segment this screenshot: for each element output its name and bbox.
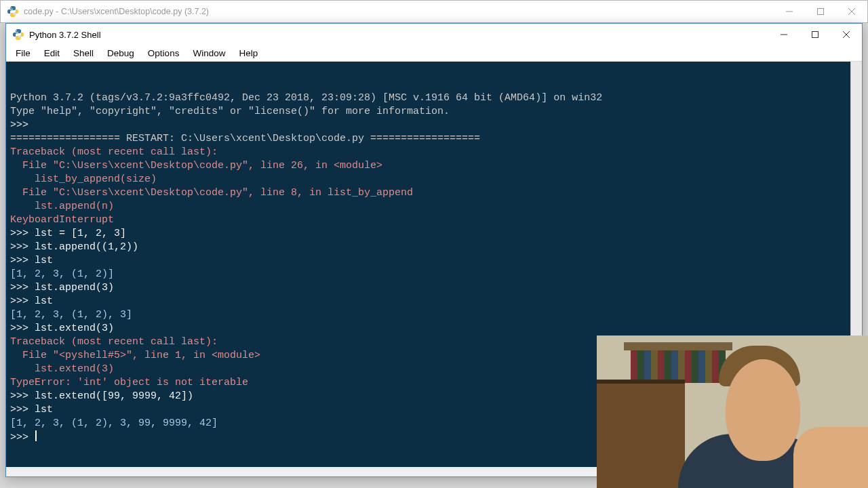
console-line: Type "help", "copyright", "credits" or "…: [10, 105, 858, 119]
console-line: >>>: [10, 119, 858, 132]
console-line: KeyboardInterrupt: [10, 214, 858, 227]
menu-help[interactable]: Help: [232, 47, 264, 60]
console-line: Traceback (most recent call last):: [10, 146, 858, 159]
console-line: >>> lst: [10, 254, 858, 268]
menu-window[interactable]: Window: [186, 47, 232, 60]
menu-debug[interactable]: Debug: [100, 47, 141, 60]
console-line: >>> lst.append(3): [10, 281, 858, 295]
console-line: list_by_append(size): [10, 173, 858, 186]
svg-rect-9: [812, 32, 818, 38]
background-window-titlebar: code.py - C:\Users\xcent\Desktop\code.py…: [0, 0, 868, 23]
console-line: >>> lst.extend(3): [10, 322, 858, 336]
maximize-button[interactable]: [800, 24, 831, 45]
console-line: lst.append(n): [10, 200, 858, 214]
svg-point-1: [14, 15, 16, 16]
console-line: >>> lst = [1, 2, 3]: [10, 227, 858, 241]
menu-edit[interactable]: Edit: [37, 47, 66, 60]
console-line: File "C:\Users\xcent\Desktop\code.py", l…: [10, 159, 858, 173]
menu-file[interactable]: File: [9, 47, 37, 60]
svg-point-0: [10, 7, 12, 8]
background-window-controls: [774, 1, 867, 22]
background-window-title: code.py - C:\Users\xcent\Desktop\code.py…: [24, 7, 774, 16]
console-line: File "C:\Users\xcent\Desktop\code.py", l…: [10, 186, 858, 200]
window-titlebar[interactable]: Python 3.7.2 Shell: [6, 24, 862, 45]
minimize-button-bg[interactable]: [774, 1, 805, 22]
text-cursor: [35, 430, 37, 441]
close-button[interactable]: [831, 24, 862, 45]
minimize-button[interactable]: [768, 24, 800, 45]
maximize-button-bg[interactable]: [805, 1, 836, 22]
console-line: [1, 2, 3, (1, 2), 3]: [10, 308, 858, 322]
python-icon: [7, 6, 18, 17]
python-icon: [13, 29, 24, 40]
console-line: ================== RESTART: C:\Users\xce…: [10, 132, 858, 146]
svg-point-6: [16, 30, 17, 31]
menu-options[interactable]: Options: [141, 47, 186, 60]
console-line: >>> lst.append((1,2)): [10, 241, 858, 254]
menu-shell[interactable]: Shell: [66, 47, 100, 60]
window-controls: [768, 24, 862, 45]
svg-point-7: [20, 38, 21, 39]
window-title: Python 3.7.2 Shell: [29, 30, 768, 40]
menu-bar: File Edit Shell Debug Options Window Hel…: [6, 45, 862, 62]
close-button-bg[interactable]: [836, 1, 867, 22]
svg-rect-3: [818, 9, 824, 15]
console-line: Python 3.7.2 (tags/v3.7.2:9a3ffc0492, De…: [10, 92, 858, 105]
console-line: [1, 2, 3, (1, 2)]: [10, 268, 858, 281]
console-line: >>> lst: [10, 295, 858, 308]
webcam-overlay: [597, 336, 868, 488]
